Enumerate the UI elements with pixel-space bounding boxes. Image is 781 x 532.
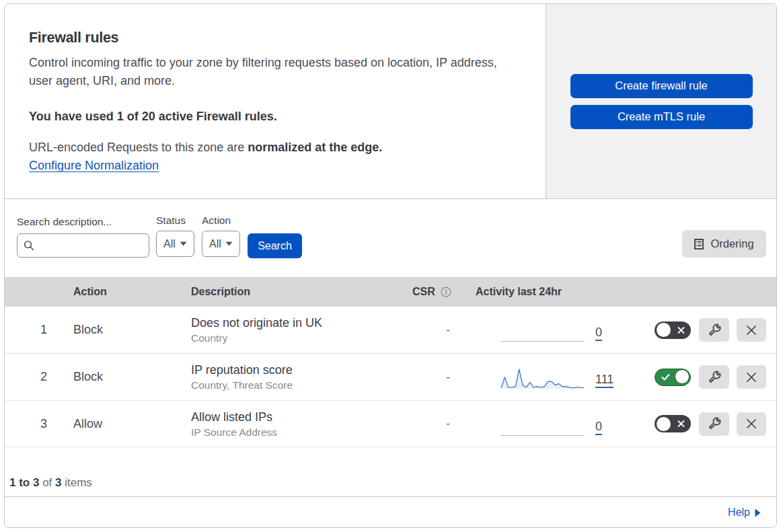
arrow-right-icon (755, 508, 761, 517)
rule-csr-value: - (412, 371, 476, 384)
toggle-state-icon (677, 326, 685, 334)
chevron-down-icon (180, 241, 187, 246)
edit-rule-button[interactable] (699, 365, 729, 389)
header-activity: Activity last 24hr (476, 286, 633, 298)
action-select[interactable]: All (202, 231, 240, 257)
filter-bar: Search description... Status Action All … (5, 198, 776, 277)
ordering-button[interactable]: Ordering (682, 230, 766, 258)
rule-row-1: 1 Block Does not originate in UK Country… (5, 307, 776, 354)
wrench-icon (707, 416, 722, 431)
normalization-note: URL-encoded Requests to this zone are no… (29, 139, 525, 157)
table-header: Action Description CSR Activity last 24h… (5, 277, 776, 307)
activity-sparkline-flat (500, 341, 585, 342)
rule-fields: Country, Threat Score (191, 378, 412, 392)
activity-sparkline (500, 367, 585, 390)
delete-rule-button[interactable] (737, 318, 766, 342)
header-csr: CSR (412, 286, 476, 298)
rule-description: Allow listed IPs (191, 409, 412, 425)
x-icon (746, 418, 757, 429)
info-icon[interactable] (441, 287, 451, 297)
rule-action: Block (73, 370, 191, 384)
rule-priority: 3 (5, 417, 73, 431)
overview-section: Firewall rules Control incoming traffic … (5, 4, 776, 198)
chevron-down-icon (225, 241, 233, 246)
rule-csr-value: - (412, 324, 476, 337)
create-mtls-rule-button[interactable]: Create mTLS rule (570, 105, 753, 129)
rule-activity-cell: 0 (476, 307, 633, 353)
rule-action: Allow (73, 417, 191, 431)
rule-description: IP reputation score (191, 362, 412, 378)
firewall-rules-page: Firewall rules Control incoming traffic … (0, 0, 781, 532)
rule-description-cell: IP reputation score Country, Threat Scor… (191, 362, 412, 392)
help-bar: Help (5, 497, 776, 527)
search-button[interactable]: Search (248, 233, 302, 258)
usage-note: You have used 1 of 20 active Firewall ru… (29, 108, 525, 124)
items-count-text: 1 to 3 of 3 items (9, 476, 92, 490)
toggle-knob (675, 369, 690, 384)
x-icon (746, 325, 757, 336)
toggle-knob (657, 323, 671, 337)
header-description: Description (191, 286, 412, 298)
header-action: Action (73, 286, 191, 298)
rule-enabled-toggle[interactable] (655, 415, 691, 432)
rule-enabled-toggle[interactable] (655, 321, 691, 339)
toggle-state-icon (677, 420, 685, 428)
rule-row-2: 2 Block IP reputation score Country, Thr… (5, 354, 776, 401)
ordering-list-icon (694, 239, 704, 250)
delete-rule-button[interactable] (737, 365, 766, 389)
status-label: Status (156, 215, 186, 227)
main-card: Firewall rules Control incoming traffic … (4, 3, 777, 528)
search-field[interactable] (17, 233, 149, 258)
wrench-icon (707, 323, 722, 338)
rule-row-3: 3 Allow Allow listed IPs IP Source Addre… (5, 401, 776, 447)
rule-fields: Country (191, 331, 412, 345)
status-select[interactable]: All (156, 231, 194, 257)
edit-rule-button[interactable] (699, 412, 729, 436)
rule-priority: 2 (5, 370, 73, 384)
rule-csr-value: - (412, 417, 476, 430)
actions-panel: Create firewall rule Create mTLS rule (546, 4, 776, 198)
rule-description-cell: Allow listed IPs IP Source Address (191, 409, 412, 439)
search-icon (24, 240, 35, 252)
delete-rule-button[interactable] (737, 412, 766, 436)
create-firewall-rule-button[interactable]: Create firewall rule (570, 74, 753, 98)
rule-priority: 1 (5, 323, 73, 337)
wrench-icon (707, 370, 722, 385)
rule-description: Does not originate in UK (191, 315, 412, 331)
toggle-knob (657, 417, 671, 431)
pagination-bar: 1 to 3 of 3 items (5, 447, 776, 497)
page-title: Firewall rules (29, 29, 525, 47)
toggle-state-icon (661, 373, 670, 381)
rule-activity-cell: 0 (476, 401, 633, 447)
help-link[interactable]: Help (728, 506, 761, 519)
rules-table-body: 1 Block Does not originate in UK Country… (5, 307, 776, 447)
check-icon (661, 373, 670, 381)
rule-description-cell: Does not originate in UK Country (191, 315, 412, 345)
rule-fields: IP Source Address (191, 425, 412, 439)
rule-enabled-toggle[interactable] (655, 369, 691, 386)
x-icon (746, 372, 757, 383)
activity-count-link[interactable]: 0 (595, 326, 602, 341)
page-description: Control incoming traffic to your zone by… (29, 54, 525, 90)
activity-count-link[interactable]: 0 (595, 420, 602, 435)
configure-normalization-link[interactable]: Configure Normalization (29, 157, 159, 175)
activity-count-link[interactable]: 111 (595, 373, 613, 388)
activity-sparkline-flat (500, 435, 585, 436)
rule-activity-cell: 111 (476, 354, 633, 400)
rule-action: Block (73, 323, 191, 337)
overview-text: Firewall rules Control incoming traffic … (5, 4, 546, 198)
x-icon (677, 326, 685, 334)
x-icon (677, 420, 685, 428)
edit-rule-button[interactable] (699, 318, 729, 342)
search-label: Search description... (17, 216, 112, 228)
action-label: Action (202, 215, 231, 227)
